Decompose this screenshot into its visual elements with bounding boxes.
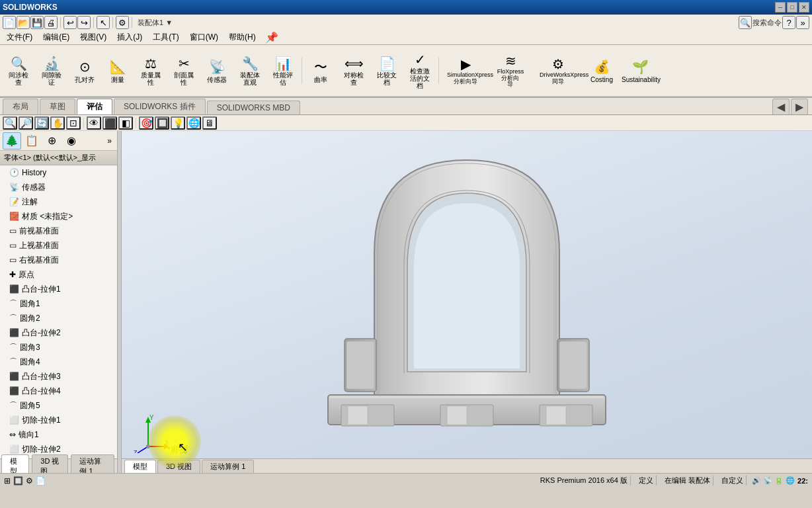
tree-item-mirror1[interactable]: ⇔ 镜向1: [0, 427, 117, 442]
tree-item-top-plane[interactable]: ▭ 上视基准面: [0, 238, 117, 253]
help-q-button[interactable]: ?: [782, 16, 795, 29]
tree-item-origin[interactable]: ✚ 原点: [0, 267, 117, 282]
rotate-icon[interactable]: 🔄: [34, 116, 49, 130]
sidebar-3dview-tab[interactable]: 3D 视图: [32, 454, 68, 473]
toolbar-floXpress[interactable]: ≋ FloXpress分析向导: [491, 56, 530, 86]
view-orientation-icon[interactable]: 🎯: [139, 116, 153, 130]
new-button[interactable]: 📄: [3, 16, 16, 29]
tree-item-cut1[interactable]: ⬜ 切除-拉伸1: [0, 413, 117, 427]
selection-button[interactable]: ↖: [97, 16, 110, 29]
clock: 22:: [797, 477, 808, 485]
open-button[interactable]: 📂: [17, 16, 30, 29]
menu-insert[interactable]: 插入(J): [112, 30, 147, 44]
collapse-panel-button[interactable]: ◀: [772, 99, 790, 114]
expand-panel-button[interactable]: ▶: [791, 99, 808, 114]
sidebar-expand-button[interactable]: »: [104, 135, 114, 147]
clearance-verify-label: 间隙验证: [42, 71, 61, 86]
tab-sw-mbd[interactable]: SOLIDWORKS MBD: [207, 101, 300, 114]
sidebar-model-tab[interactable]: 模型: [1, 454, 29, 473]
tree-item-material[interactable]: 🧱 材质 <未指定>: [0, 209, 117, 224]
sidebar-motion-tab[interactable]: 运动算例 1: [71, 454, 114, 473]
toolbar-simulation[interactable]: ▶ SimulationXpress分析向导: [442, 56, 489, 86]
fit-screen-icon[interactable]: ⊡: [66, 116, 81, 130]
toolbar-section-props[interactable]: ✂ 剖面属性: [168, 56, 200, 86]
tree-item-boss1[interactable]: ⬛ 凸台-拉伸1: [0, 282, 117, 296]
toolbar-symmetry-check[interactable]: ⟺ 对称检查: [338, 56, 370, 86]
tab-layout[interactable]: 布局: [3, 99, 38, 114]
zoom-in-icon[interactable]: 🔍: [3, 116, 17, 130]
menu-view[interactable]: 视图(V): [75, 30, 112, 44]
menu-window[interactable]: 窗口(W): [184, 30, 223, 44]
hide-show-icon[interactable]: 👁: [87, 116, 101, 130]
minimize-button[interactable]: ─: [775, 2, 786, 13]
bottom-tab-3dview[interactable]: 3D 视图: [157, 460, 200, 473]
bottom-tab-model[interactable]: 模型: [124, 460, 156, 473]
tree-item-fillet1[interactable]: ⌒ 圆角1: [0, 296, 117, 311]
save-button[interactable]: 💾: [30, 16, 44, 29]
tree-item-sensor[interactable]: 📡 传感器: [0, 180, 117, 194]
toolbar-perf-eval[interactable]: 📊 性能评估: [267, 56, 299, 86]
pin-icon[interactable]: 📌: [261, 31, 282, 44]
redo-button[interactable]: ↪: [77, 16, 91, 29]
tree-item-boss3[interactable]: ⬛ 凸台-拉伸3: [0, 369, 117, 384]
toolbar-sensor[interactable]: 📡 传感器: [201, 56, 233, 86]
render-icon[interactable]: 🖥: [202, 116, 217, 130]
lights-icon[interactable]: 💡: [171, 116, 185, 130]
tray-icons: 🔊 📡 🔋 🌐: [752, 476, 795, 485]
bottom-tab-motion[interactable]: 运动算例 1: [202, 460, 254, 473]
tree-item-fillet4[interactable]: ⌒ 圆角4: [0, 355, 117, 369]
toolbar-interference-check[interactable]: 🔍 间涉检查: [3, 56, 34, 86]
3d-viewport[interactable]: ↖ Y X Z: [122, 131, 812, 473]
print-button[interactable]: 🖨: [44, 16, 58, 29]
undo-button[interactable]: ↩: [63, 16, 77, 29]
tree-item-label: 圆角4: [20, 356, 40, 368]
front-plane-icon: ▭: [9, 225, 17, 237]
toolbar-compare-doc[interactable]: 📄 比较文档: [371, 56, 403, 86]
toolbar-costing[interactable]: 💰 Costing: [586, 56, 618, 86]
search-button[interactable]: 🔍: [739, 16, 752, 29]
tab-evaluate[interactable]: 评估: [77, 99, 112, 114]
sidebar-tab-display[interactable]: ◉: [62, 132, 81, 149]
more-button[interactable]: »: [796, 16, 809, 29]
toolbar-assembly-visual[interactable]: 🔧 装配体直观: [234, 56, 266, 86]
zoom-out-icon[interactable]: 🔎: [19, 116, 33, 130]
toolbar-sustainability[interactable]: 🌱 Sustainability: [619, 56, 661, 86]
fillet2-icon: ⌒: [9, 312, 17, 324]
tab-sketch[interactable]: 草图: [40, 99, 75, 114]
tree-item-notes[interactable]: 📝 注解: [0, 194, 117, 209]
sidebar-tab-tree[interactable]: 🌲: [3, 132, 21, 149]
options-button[interactable]: ⚙: [116, 16, 129, 29]
sidebar-tab-props[interactable]: 📋: [22, 132, 41, 149]
toolbar-measure[interactable]: 📐 测量: [102, 56, 134, 86]
tree-item-fillet3[interactable]: ⌒ 圆角3: [0, 340, 117, 355]
tree-item-fillet2[interactable]: ⌒ 圆角2: [0, 311, 117, 325]
menu-help[interactable]: 帮助(H): [223, 30, 261, 44]
axis-svg: Y X Z: [128, 413, 168, 453]
toolbar-driveWorks[interactable]: ⚙ DriveWorksXpress同导: [532, 56, 585, 86]
toolbar-clearance-verify[interactable]: 🔬 间隙验证: [36, 56, 67, 86]
close-button[interactable]: ✕: [799, 2, 809, 13]
tree-item-boss4[interactable]: ⬛ 凸台-拉伸4: [0, 384, 117, 398]
tree-item-right-plane[interactable]: ▭ 右视基准面: [0, 253, 117, 267]
status-customize[interactable]: 自定义: [719, 476, 747, 486]
menu-edit[interactable]: 编辑(E): [38, 30, 75, 44]
menu-file[interactable]: 文件(F): [1, 30, 38, 44]
toolbar-hole-align[interactable]: ⊙ 孔对齐: [69, 56, 101, 86]
tree-item-history[interactable]: 🕐 History: [0, 165, 117, 180]
menu-tools[interactable]: 工具(T): [147, 30, 184, 44]
display-mode-icon[interactable]: 🔲: [155, 116, 169, 130]
pan-icon[interactable]: ✋: [50, 116, 65, 130]
toolbar-mass-props[interactable]: ⚖ 质量属性: [135, 56, 167, 86]
sidebar-tab-config[interactable]: ⊕: [42, 132, 61, 149]
maximize-button[interactable]: □: [787, 2, 797, 13]
tree-item-front-plane[interactable]: ▭ 前视基准面: [0, 224, 117, 238]
sep2: [93, 17, 94, 28]
display-style-icon[interactable]: ⬛: [102, 116, 117, 130]
scene-icon[interactable]: 🌐: [186, 116, 201, 130]
section-view-icon[interactable]: ◧: [118, 116, 133, 130]
toolbar-active-check[interactable]: ✓ 检查激活的文档: [404, 56, 436, 86]
tree-item-boss2[interactable]: ⬛ 凸台-拉伸2: [0, 325, 117, 340]
toolbar-curvature[interactable]: 〜 曲率: [305, 56, 337, 86]
tab-sw-plugins[interactable]: SOLIDWORKS 插件: [114, 99, 206, 114]
tree-item-fillet5[interactable]: ⌒ 圆角5: [0, 398, 117, 413]
